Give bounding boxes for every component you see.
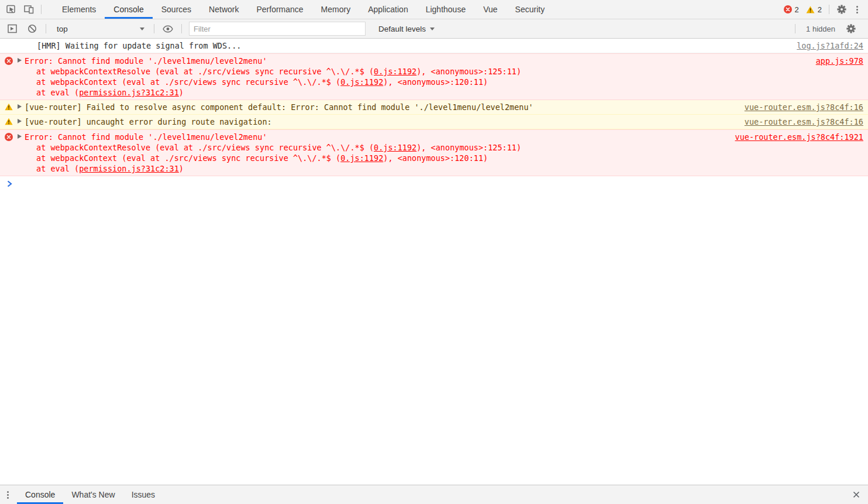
main-tab-strip: ElementsConsoleSourcesNetworkPerformance… bbox=[53, 0, 553, 19]
source-link[interactable]: vue-router.esm.js?8c4f:1921 bbox=[735, 132, 863, 142]
drawer-tab-what-s-new[interactable]: What's New bbox=[63, 485, 123, 504]
device-toolbar-icon[interactable] bbox=[20, 2, 37, 17]
message-text: [vue-router] Failed to resolve async com… bbox=[25, 102, 533, 112]
eye-icon[interactable] bbox=[159, 21, 177, 36]
clear-console-icon[interactable] bbox=[23, 21, 41, 36]
hidden-messages-label[interactable]: 1 hidden bbox=[806, 25, 835, 33]
toolbar-right: 2 2 bbox=[780, 0, 868, 19]
source-link[interactable]: 0.js:1192 bbox=[340, 153, 383, 163]
source-link[interactable]: permission.js?31c2:31 bbox=[79, 88, 179, 97]
source-link[interactable]: app.js:978 bbox=[816, 56, 863, 66]
main-tab-network[interactable]: Network bbox=[200, 0, 247, 19]
source-link[interactable]: log.js?1afd:24 bbox=[797, 41, 863, 50]
divider bbox=[181, 24, 182, 33]
message-text: [HMR] Waiting for update signal from WDS… bbox=[37, 40, 242, 51]
console-message-log: [HMR] Waiting for update signal from WDS… bbox=[0, 39, 868, 53]
drawer-tab-strip: ConsoleWhat's NewIssues bbox=[17, 485, 163, 504]
console-prompt-chevron-icon bbox=[7, 180, 12, 187]
console-toolbar-right: 1 hidden bbox=[791, 21, 864, 36]
expand-triangle-icon[interactable] bbox=[18, 134, 22, 139]
console-toolbar: top Default levels 1 hidden bbox=[0, 19, 868, 39]
warning-icon bbox=[5, 103, 13, 111]
expand-triangle-icon[interactable] bbox=[18, 104, 22, 109]
divider bbox=[795, 24, 795, 33]
error-count: 2 bbox=[795, 5, 799, 14]
chevron-down-icon bbox=[140, 28, 144, 30]
filter-input[interactable] bbox=[189, 22, 366, 36]
error-icon bbox=[5, 57, 13, 65]
console-message-warning: [vue-router] uncaught error during route… bbox=[0, 115, 868, 129]
divider bbox=[46, 24, 46, 33]
main-tab-sources[interactable]: Sources bbox=[153, 0, 200, 19]
inspect-icon[interactable] bbox=[2, 2, 20, 17]
main-toolbar: ElementsConsoleSourcesNetworkPerformance… bbox=[0, 0, 868, 19]
main-tab-elements[interactable]: Elements bbox=[53, 0, 105, 19]
warning-icon bbox=[5, 118, 13, 125]
message-text: Error: Cannot find module './level1menu/… bbox=[25, 56, 521, 98]
context-selector[interactable]: top bbox=[51, 21, 149, 36]
main-tab-vue[interactable]: Vue bbox=[474, 0, 506, 19]
error-count-badge[interactable]: 2 bbox=[784, 5, 799, 14]
error-icon bbox=[5, 133, 13, 141]
close-icon[interactable] bbox=[845, 491, 868, 499]
console-messages: [HMR] Waiting for update signal from WDS… bbox=[0, 39, 868, 176]
warning-count-badge[interactable]: 2 bbox=[806, 5, 822, 14]
console-message-error: Error: Cannot find module './level1menu/… bbox=[0, 53, 868, 100]
main-tab-memory[interactable]: Memory bbox=[312, 0, 360, 19]
toolbar-left-icons bbox=[0, 0, 47, 19]
context-selector-value: top bbox=[57, 25, 68, 33]
expand-triangle-icon[interactable] bbox=[18, 119, 22, 124]
devtools-window: ElementsConsoleSourcesNetworkPerformance… bbox=[0, 0, 868, 504]
kebab-menu-icon[interactable] bbox=[850, 2, 863, 17]
divider bbox=[41, 5, 42, 14]
source-link[interactable]: permission.js?31c2:31 bbox=[79, 164, 179, 173]
warning-count: 2 bbox=[818, 5, 822, 14]
expand-triangle-icon[interactable] bbox=[18, 58, 22, 63]
main-tab-security[interactable]: Security bbox=[507, 0, 554, 19]
chevron-down-icon bbox=[430, 28, 435, 30]
source-link[interactable]: vue-router.esm.js?8c4f:16 bbox=[745, 102, 863, 112]
console-message-warning: [vue-router] Failed to resolve async com… bbox=[0, 100, 868, 115]
main-tab-console[interactable]: Console bbox=[105, 0, 152, 19]
drawer-kebab-menu-icon[interactable] bbox=[7, 491, 9, 499]
drawer-tab-issues[interactable]: Issues bbox=[123, 485, 163, 504]
source-link[interactable]: 0.js:1192 bbox=[340, 77, 383, 87]
log-levels-value: Default levels bbox=[378, 25, 426, 33]
warning-icon bbox=[806, 6, 815, 13]
source-link[interactable]: 0.js:1192 bbox=[374, 143, 416, 152]
console-prompt[interactable] bbox=[0, 176, 868, 191]
message-text: Error: Cannot find module './level1menu/… bbox=[25, 132, 521, 174]
divider bbox=[829, 5, 829, 14]
message-text: [vue-router] uncaught error during route… bbox=[25, 116, 272, 127]
source-link[interactable]: vue-router.esm.js?8c4f:16 bbox=[745, 117, 863, 126]
drawer: ConsoleWhat's NewIssues bbox=[0, 485, 868, 504]
console-message-error: Error: Cannot find module './level1menu/… bbox=[0, 129, 868, 176]
error-icon bbox=[784, 5, 792, 13]
console-sidebar-icon[interactable] bbox=[4, 21, 21, 36]
main-tab-performance[interactable]: Performance bbox=[247, 0, 312, 19]
divider bbox=[154, 24, 154, 33]
drawer-tab-console[interactable]: Console bbox=[17, 485, 63, 504]
log-levels-selector[interactable]: Default levels bbox=[378, 25, 435, 33]
console-settings-gear-icon[interactable] bbox=[842, 21, 860, 36]
main-tab-application[interactable]: Application bbox=[359, 0, 417, 19]
settings-gear-icon[interactable] bbox=[833, 2, 850, 17]
source-link[interactable]: 0.js:1192 bbox=[374, 67, 416, 76]
main-tab-lighthouse[interactable]: Lighthouse bbox=[417, 0, 475, 19]
